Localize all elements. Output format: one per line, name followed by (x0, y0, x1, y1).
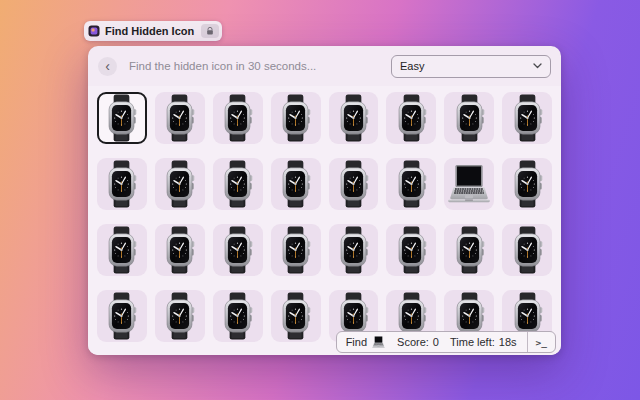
watch-icon (277, 160, 314, 208)
watch-icon (509, 160, 546, 208)
grid-cell-watch[interactable] (213, 92, 263, 144)
watch-icon (277, 94, 314, 142)
watch-icon (393, 226, 430, 274)
window-title-badge[interactable]: Find Hidden Icon (84, 21, 222, 41)
chevron-down-icon (533, 63, 542, 69)
time-label: Time left: (450, 336, 495, 348)
grid-cell-watch[interactable] (155, 158, 205, 210)
watch-icon (277, 292, 314, 340)
grid-cell-watch[interactable] (97, 92, 147, 144)
grid-cell-watch[interactable] (213, 290, 263, 342)
grid-cell-watch[interactable] (155, 224, 205, 276)
score-label: Score: (397, 336, 429, 348)
grid-cell-watch[interactable] (502, 224, 552, 276)
grid-cell-watch[interactable] (386, 92, 436, 144)
desktop-background: Find Hidden Icon ‹ Find the hidden icon … (0, 0, 640, 400)
back-button[interactable]: ‹ (98, 57, 117, 76)
grid-cell-watch[interactable] (271, 290, 321, 342)
grid-cell-watch[interactable] (329, 224, 379, 276)
grid-cell-watch[interactable] (97, 224, 147, 276)
terminal-prompt-icon[interactable]: >_ (527, 332, 555, 352)
watch-icon (451, 94, 488, 142)
score-value: 0 (433, 336, 439, 348)
watch-icon (509, 226, 546, 274)
grid-cell-watch[interactable] (502, 158, 552, 210)
watch-icon (103, 292, 140, 340)
watch-icon (335, 94, 372, 142)
lock-icon (205, 26, 215, 36)
watch-icon (103, 226, 140, 274)
watch-icon (161, 94, 198, 142)
grid-cell-watch[interactable] (213, 158, 263, 210)
watch-icon (161, 160, 198, 208)
watch-icon (161, 226, 198, 274)
grid-cell-watch[interactable] (97, 290, 147, 342)
chevron-left-icon: ‹ (105, 58, 110, 75)
watch-icon (103, 160, 140, 208)
app-icon (88, 25, 100, 37)
grid-cell-watch[interactable] (502, 92, 552, 144)
difficulty-select[interactable]: Easy (391, 55, 551, 78)
watch-icon (219, 94, 256, 142)
grid-cell-watch[interactable] (329, 158, 379, 210)
grid-cell-watch[interactable] (213, 224, 263, 276)
grid-cell-watch[interactable] (97, 158, 147, 210)
target-laptop-icon (371, 336, 386, 348)
badge-title: Find Hidden Icon (105, 25, 196, 37)
window-header: ‹ Find the hidden icon in 30 seconds... … (88, 46, 561, 86)
icon-grid (88, 86, 561, 355)
watch-icon (219, 226, 256, 274)
status-bar: Find Score: 0 Time left: 18s >_ (336, 331, 556, 353)
grid-cell-watch[interactable] (386, 224, 436, 276)
watch-icon (219, 292, 256, 340)
watch-icon (451, 226, 488, 274)
watch-icon (219, 160, 256, 208)
watch-icon (161, 292, 198, 340)
grid-cell-watch[interactable] (155, 290, 205, 342)
watch-icon (277, 226, 314, 274)
grid-cell-watch[interactable] (329, 92, 379, 144)
time-value: 18s (499, 336, 517, 348)
find-label: Find (346, 336, 367, 348)
grid-cell-watch[interactable] (155, 92, 205, 144)
watch-icon (103, 94, 140, 142)
grid-cell-watch[interactable] (271, 224, 321, 276)
watch-icon (509, 94, 546, 142)
grid-cell-watch[interactable] (444, 224, 494, 276)
difficulty-value: Easy (400, 60, 533, 72)
watch-icon (335, 226, 372, 274)
grid-cell-watch[interactable] (386, 158, 436, 210)
watch-icon (335, 160, 372, 208)
laptop-icon (445, 164, 493, 204)
grid-cell-watch[interactable] (444, 92, 494, 144)
prompt-text: Find the hidden icon in 30 seconds... (129, 60, 391, 72)
grid-cell-laptop[interactable] (444, 158, 494, 210)
grid-cell-watch[interactable] (271, 158, 321, 210)
lock-chip (201, 24, 219, 38)
game-window: ‹ Find the hidden icon in 30 seconds... … (88, 46, 561, 355)
watch-icon (393, 160, 430, 208)
watch-icon (393, 94, 430, 142)
grid-cell-watch[interactable] (271, 92, 321, 144)
